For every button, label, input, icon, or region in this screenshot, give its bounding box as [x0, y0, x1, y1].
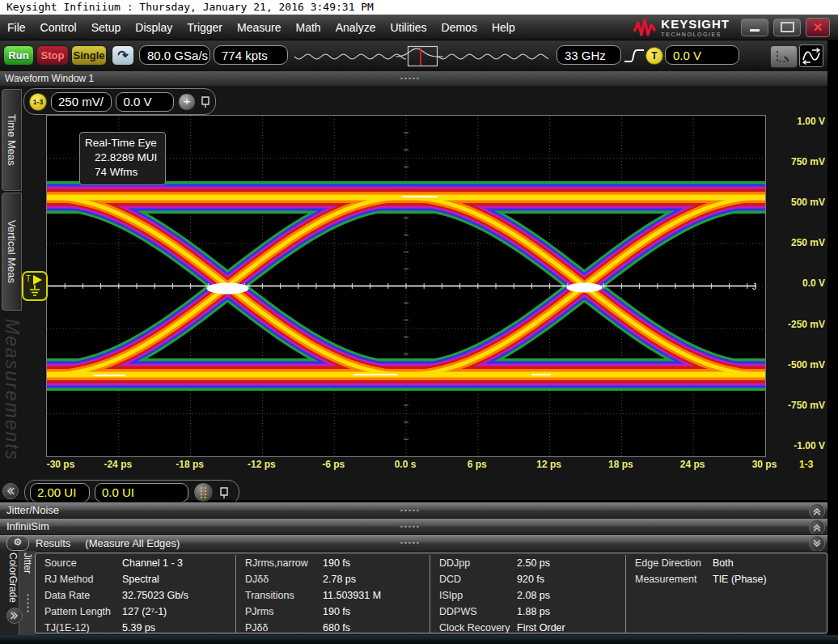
memory-depth-field[interactable]: 774 kpts [214, 45, 288, 65]
bottom-strip [0, 635, 838, 644]
x-axis-label: 24 ps [668, 459, 717, 470]
trigger-badge[interactable]: T [645, 47, 663, 65]
result-row: ISIpp2.08 ps [430, 587, 625, 604]
window-titlebar: Keysight Infiniium : Thursday, January 2… [0, 0, 838, 15]
brand-subtitle: TECHNOLOGIES [661, 32, 730, 37]
pin-icon[interactable] [218, 486, 230, 499]
panel-results[interactable]: ⚙ Results (Measure All Edges) [0, 534, 838, 551]
expand-collapse-icon[interactable] [809, 503, 825, 519]
x-axis-label: -6 ps [309, 459, 358, 470]
trigger-level-marker[interactable]: T [22, 271, 48, 301]
eye-diagram-plot[interactable]: Real-Time Eye 22.8289 MUI 74 Wfms [46, 115, 766, 457]
panel-grip[interactable] [400, 509, 421, 512]
titlebar-grip[interactable] [400, 77, 421, 80]
x-axis-label: -30 ps [36, 459, 85, 470]
x-axis-label: 0.0 s [381, 459, 430, 470]
result-label: Clock Recovery [439, 620, 517, 633]
result-value: 920 fs [517, 574, 544, 585]
result-value: 2.78 ps [323, 574, 356, 585]
result-row: TJ(1E-12)5.39 ps [36, 620, 235, 633]
expand-collapse-icon[interactable] [809, 536, 825, 552]
waveform-window-title: Waveform Window 1 [5, 73, 94, 84]
menu-item-measure[interactable]: Measure [230, 21, 288, 34]
menu-item-trigger[interactable]: Trigger [180, 21, 230, 34]
result-row: PJrms190 fs [236, 604, 430, 620]
result-value: 2.08 ps [517, 590, 550, 601]
menu-item-math[interactable]: Math [289, 21, 328, 34]
result-label: RJ Method [44, 571, 122, 587]
tab-grip [27, 593, 29, 614]
y-axis-label: 1.00 V [768, 116, 825, 127]
add-icon[interactable]: + [178, 93, 196, 111]
result-row: Transitions11.503931 M [236, 587, 430, 604]
info-waveforms: 74 Wfms [85, 165, 157, 180]
channel-badge[interactable]: 1-3 [29, 93, 47, 111]
panel-jitter-noise[interactable]: Jitter/Noise [0, 502, 838, 518]
trigger-edge-icon[interactable] [623, 45, 645, 66]
result-row: PJδδ680 fs [236, 620, 430, 633]
menu-item-file[interactable]: File [0, 21, 33, 34]
y-axis-label: -250 mV [768, 319, 825, 330]
vertical-scale-field[interactable]: 250 mV/ [51, 92, 112, 112]
gear-icon[interactable]: ⚙ [6, 536, 29, 551]
close-button[interactable]: ✕ [806, 18, 830, 37]
stop-button[interactable]: Stop [36, 45, 69, 66]
horizontal-position-widget[interactable] [293, 44, 550, 67]
result-value: First Order [517, 622, 565, 633]
panel-grip[interactable] [400, 541, 421, 544]
result-label: DJδδ [245, 571, 323, 587]
acquisition-info-box: Real-Time Eye 22.8289 MUI 74 Wfms [79, 132, 166, 185]
results-column-group: RJrms,narrow190 fsDJδδ2.78 psTransitions… [235, 555, 430, 633]
panel-infiniisim[interactable]: InfiniiSim [0, 518, 838, 534]
horizontal-position-field[interactable]: 0.0 UI [95, 483, 188, 502]
collapse-panel-button[interactable] [2, 483, 19, 499]
waveform-window-titlebar[interactable]: Waveform Window 1 [0, 71, 838, 86]
pin-icon[interactable] [200, 95, 210, 108]
result-row: SourceChannel 1 - 3 [36, 555, 235, 571]
minimize-button[interactable] [741, 19, 768, 36]
expand-panel-button[interactable] [6, 608, 23, 624]
y-axis-labels: 1.00 V750 mV500 mV250 mV0.0 V-250 mV-500… [767, 86, 828, 458]
bandwidth-field[interactable]: 33 GHz [557, 45, 621, 65]
y-axis-label: -750 mV [768, 400, 825, 411]
expand-collapse-icon[interactable] [809, 519, 825, 536]
single-button[interactable]: Single [71, 45, 107, 66]
waveform-pan-icon[interactable] [799, 44, 823, 67]
sample-rate-field[interactable]: 80.0 GSa/s [139, 45, 210, 65]
x-axis-label: -18 ps [166, 459, 214, 470]
result-value: 680 fs [323, 622, 350, 633]
horizontal-knob-icon[interactable] [193, 482, 214, 502]
menu-item-analyze[interactable]: Analyze [328, 21, 383, 34]
x-axis-label: 6 ps [453, 459, 502, 470]
result-value: 1.88 ps [517, 606, 550, 617]
vertical-offset-field[interactable]: 0.0 V [116, 92, 174, 112]
result-label: Measurement [635, 571, 713, 587]
result-row: Pattern Length127 (2⁷-1) [36, 604, 235, 620]
panel-grip[interactable] [400, 525, 421, 528]
keysight-spark-icon [633, 18, 656, 37]
x-axis-label: 18 ps [596, 459, 645, 470]
results-column-group: DDJpp2.50 psDCD920 fsISIpp2.08 psDDPWS1.… [430, 555, 625, 633]
y-axis-label: 750 mV [768, 156, 825, 167]
zoom-box-icon[interactable] [770, 45, 798, 68]
axis-channel-badge: 1-3 [799, 459, 813, 470]
result-label: Source [44, 555, 122, 571]
result-label: TJ(1E-12) [44, 620, 122, 633]
run-button[interactable]: Run [3, 45, 34, 66]
maximize-button[interactable] [773, 19, 801, 36]
menu-item-setup[interactable]: Setup [84, 21, 129, 34]
menu-item-utilities[interactable]: Utilities [383, 21, 434, 34]
horizontal-scale-field[interactable]: 2.00 UI [30, 483, 90, 502]
tab-vertical-meas[interactable]: Vertical Meas [2, 193, 22, 311]
result-value: Both [713, 557, 734, 569]
tab-jitter[interactable]: Jitter [19, 551, 36, 635]
menu-item-demos[interactable]: Demos [434, 21, 485, 34]
tab-time-meas[interactable]: Time Meas [2, 89, 22, 191]
menu-item-display[interactable]: Display [128, 21, 180, 34]
result-value: 127 (2⁷-1) [122, 606, 167, 617]
menu-item-control[interactable]: Control [33, 21, 84, 34]
info-title: Real-Time Eye [85, 136, 157, 150]
trigger-level-field[interactable]: 0.0 V [665, 45, 739, 65]
menu-item-help[interactable]: Help [485, 21, 523, 34]
touch-mode-button[interactable]: ↷ [112, 45, 134, 66]
